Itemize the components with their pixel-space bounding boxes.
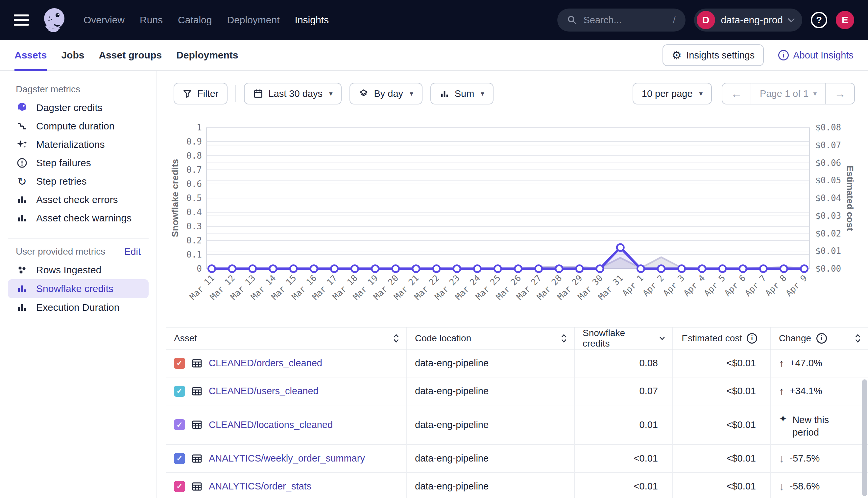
svg-text:Apr 9: Apr 9 <box>784 273 809 298</box>
svg-text:Apr 6: Apr 6 <box>722 273 748 298</box>
dagster-logo-icon[interactable] <box>40 6 68 34</box>
tab-jobs[interactable]: Jobs <box>61 40 84 70</box>
insights-settings-button[interactable]: ⚙ Insights settings <box>663 44 764 66</box>
tab-asset-groups[interactable]: Asset groups <box>99 40 162 70</box>
column-header-code-location[interactable]: Code location <box>407 328 575 349</box>
sort-icon[interactable] <box>854 333 861 343</box>
edit-metrics-link[interactable]: Edit <box>124 246 141 257</box>
scrollbar-thumb[interactable] <box>862 379 867 496</box>
sidebar-item-asset-check-errors[interactable]: Asset check errors <box>8 191 149 209</box>
filter-button[interactable]: Filter <box>174 83 228 104</box>
nav-catalog[interactable]: Catalog <box>178 14 212 26</box>
dots-icon <box>16 264 28 276</box>
info-icon[interactable]: i <box>747 333 757 344</box>
info-icon[interactable]: i <box>816 333 827 344</box>
gear-icon: ⚙ <box>672 50 681 61</box>
asset-link[interactable]: CLEANED/orders_cleaned <box>209 358 322 369</box>
avatar[interactable]: E <box>836 11 854 29</box>
credits-cell: <0.01 <box>575 473 673 498</box>
sort-desc-icon <box>659 336 666 341</box>
sidebar-item-materializations[interactable]: Materializations <box>8 135 149 154</box>
deployment-switcher[interactable]: D data-eng-prod <box>694 9 802 31</box>
granularity-button[interactable]: By day▾ <box>349 83 422 104</box>
section-title-dagster-metrics: Dagster metrics <box>16 84 80 95</box>
chart-toolbar: Filter Last 30 days▾ By day▾ Sum▾ 10 per… <box>174 83 855 104</box>
change-cell: ↑ ↓ ✦ -57.5% <box>771 445 868 472</box>
row-checkbox[interactable]: ✓ <box>174 358 185 369</box>
asset-link[interactable]: CLEANED/locations_cleaned <box>209 419 333 430</box>
change-cell: ↑ ↓ ✦ +34.1% <box>771 378 868 405</box>
change-label: -58.6% <box>790 480 820 493</box>
column-header-estimated-cost[interactable]: Estimated cost i <box>673 328 771 349</box>
asset-link[interactable]: ANALYTICS/order_stats <box>209 481 311 492</box>
trend-up-icon: ↑ <box>779 358 784 369</box>
search-input[interactable] <box>584 15 666 26</box>
sidebar-item-step-failures[interactable]: Step failures <box>8 154 149 172</box>
sidebar-item-step-retries[interactable]: ↻ Step retries <box>8 172 149 191</box>
sidebar-item-asset-check-warnings[interactable]: Asset check warnings <box>8 209 149 227</box>
asset-link[interactable]: CLEANED/users_cleaned <box>209 386 319 396</box>
credits-cell: 0.08 <box>575 350 673 377</box>
trend-down-icon: ↓ <box>779 453 784 464</box>
svg-text:1: 1 <box>196 122 202 132</box>
about-insights-link[interactable]: i About Insights <box>778 50 854 61</box>
page-indicator[interactable]: Page 1 of 1▾ <box>751 83 825 104</box>
row-checkbox[interactable]: ✓ <box>174 386 185 397</box>
menu-icon[interactable] <box>14 14 29 26</box>
sparkle-icon: ✦ <box>779 414 787 424</box>
svg-text:$0.08: $0.08 <box>815 122 841 132</box>
column-header-snowflake-credits[interactable]: Snowflake credits <box>575 328 673 349</box>
change-label: New this period <box>792 414 855 438</box>
sparkles-icon <box>16 139 28 150</box>
cost-cell: <$0.01 <box>673 473 771 498</box>
insights-tab-bar: Assets Jobs Asset groups Deployments ⚙ I… <box>0 40 868 71</box>
deployment-badge: D <box>697 11 715 29</box>
nav-insights[interactable]: Insights <box>295 14 329 26</box>
steps-icon <box>16 120 28 132</box>
code-location-cell: data-eng-pipeline <box>407 445 575 472</box>
asset-link[interactable]: ANALYTICS/weekly_order_summary <box>209 453 365 464</box>
sort-icon[interactable] <box>560 333 567 343</box>
caret-down-icon: ▾ <box>329 90 333 97</box>
nav-runs[interactable]: Runs <box>140 14 163 26</box>
per-page-button[interactable]: 10 per page▾ <box>633 83 712 104</box>
caret-down-icon: ▾ <box>699 90 703 97</box>
sidebar-item-dagster-credits[interactable]: Dagster credits <box>8 99 149 117</box>
column-header-change[interactable]: Change i <box>771 328 868 349</box>
table-asset-icon <box>191 453 203 464</box>
row-checkbox[interactable]: ✓ <box>174 419 185 430</box>
svg-text:0.3: 0.3 <box>187 221 202 231</box>
pagination: ← Page 1 of 1▾ → <box>722 83 855 104</box>
svg-text:Estimated cost: Estimated cost <box>845 165 855 231</box>
caret-down-icon: ▾ <box>410 90 413 97</box>
column-header-asset[interactable]: Asset <box>166 328 407 349</box>
aggregation-button[interactable]: Sum▾ <box>430 83 494 104</box>
sidebar-item-snowflake-credits[interactable]: Snowflake credits <box>8 279 149 298</box>
assets-table: Asset Code location Snowflake credits Es… <box>166 327 868 498</box>
prev-page-button[interactable]: ← <box>722 83 751 104</box>
code-location-cell: data-eng-pipeline <box>407 378 575 405</box>
code-location-cell: data-eng-pipeline <box>407 405 575 444</box>
calendar-icon <box>253 89 263 99</box>
toolbar-divider <box>235 85 236 102</box>
date-range-button[interactable]: Last 30 days▾ <box>244 83 342 104</box>
section-title-user-metrics: User provided metrics <box>16 246 105 257</box>
sidebar-item-execution-duration[interactable]: Execution Duration <box>8 298 149 317</box>
nav-overview[interactable]: Overview <box>84 14 125 26</box>
row-checkbox[interactable]: ✓ <box>174 453 185 464</box>
code-location-cell: data-eng-pipeline <box>407 473 575 498</box>
row-checkbox[interactable]: ✓ <box>174 481 185 492</box>
nav-deployment[interactable]: Deployment <box>227 14 280 26</box>
next-page-button[interactable]: → <box>826 83 854 104</box>
trend-up-icon: ↑ <box>779 386 784 396</box>
sidebar-item-compute-duration[interactable]: Compute duration <box>8 117 149 135</box>
svg-text:0.4: 0.4 <box>187 207 202 217</box>
search-icon <box>567 15 577 25</box>
search-box[interactable]: / <box>557 9 686 31</box>
sidebar-item-rows-ingested[interactable]: Rows Ingested <box>8 261 149 279</box>
svg-text:$0.02: $0.02 <box>815 228 841 238</box>
help-icon[interactable]: ? <box>811 12 827 28</box>
tab-assets[interactable]: Assets <box>14 40 47 70</box>
sort-icon[interactable] <box>393 333 400 343</box>
tab-deployments[interactable]: Deployments <box>176 40 238 70</box>
